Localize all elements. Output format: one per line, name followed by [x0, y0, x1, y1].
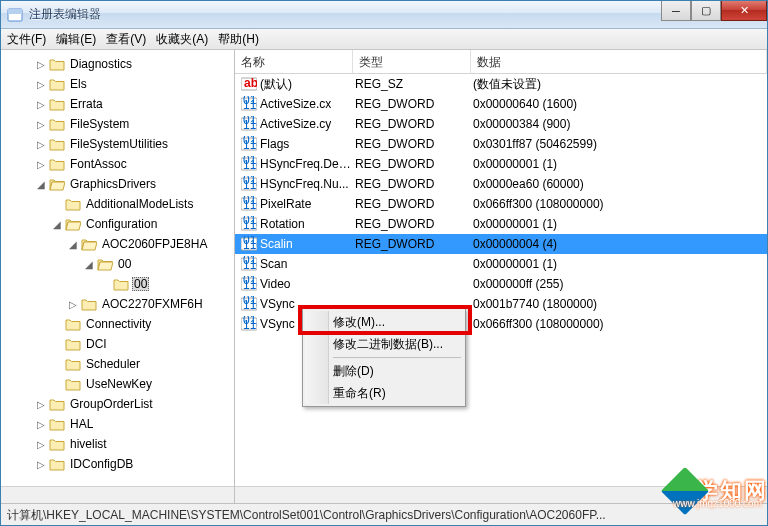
tree-label[interactable]: HAL — [68, 417, 95, 431]
column-name[interactable]: 名称 — [235, 50, 353, 73]
tree-label[interactable]: AOC2270FXMF6H — [100, 297, 205, 311]
value-name[interactable]: Flags — [260, 137, 355, 151]
list-row[interactable]: RotationREG_DWORD0x00000001 (1) — [235, 214, 767, 234]
tree-item-aoc2270fxmf6h[interactable]: ▷AOC2270FXMF6H — [1, 294, 234, 314]
expand-icon[interactable]: ▷ — [65, 299, 81, 310]
expand-icon[interactable]: ▷ — [33, 79, 49, 90]
value-data: 0x066ff300 (108000000) — [473, 197, 767, 211]
expand-icon[interactable]: ▷ — [33, 99, 49, 110]
expand-icon[interactable]: ▷ — [33, 439, 49, 450]
list-row[interactable]: ActiveSize.cyREG_DWORD0x00000384 (900) — [235, 114, 767, 134]
list-row[interactable]: (默认)REG_SZ(数值未设置) — [235, 74, 767, 94]
list-row[interactable]: ActiveSize.cxREG_DWORD0x00000640 (1600) — [235, 94, 767, 114]
tree-horizontal-scrollbar[interactable] — [1, 486, 234, 503]
close-button[interactable]: ✕ — [721, 1, 767, 21]
tree-label[interactable]: DCI — [84, 337, 109, 351]
expand-icon[interactable]: ▷ — [33, 59, 49, 70]
list-row[interactable]: ScalinREG_DWORD0x00000004 (4) — [235, 234, 767, 254]
column-type[interactable]: 类型 — [353, 50, 471, 73]
tree-item-hal[interactable]: ▷HAL — [1, 414, 234, 434]
tree-label[interactable]: IDConfigDB — [68, 457, 135, 471]
titlebar[interactable]: 注册表编辑器 ─ ▢ ✕ — [1, 1, 767, 29]
tree-item-aoc2060fpje8ha[interactable]: ◢AOC2060FPJE8HA — [1, 234, 234, 254]
value-name[interactable]: Scalin — [260, 237, 355, 251]
tree-item-00[interactable]: 00 — [1, 274, 234, 294]
window-title: 注册表编辑器 — [29, 6, 101, 23]
value-name[interactable]: ActiveSize.cy — [260, 117, 355, 131]
value-name[interactable]: ActiveSize.cx — [260, 97, 355, 111]
value-data: 0x00000001 (1) — [473, 157, 767, 171]
folder-icon — [65, 357, 81, 371]
tree-label[interactable]: Scheduler — [84, 357, 142, 371]
tree-item-graphicsdrivers[interactable]: ◢GraphicsDrivers — [1, 174, 234, 194]
tree-item-fontassoc[interactable]: ▷FontAssoc — [1, 154, 234, 174]
expand-icon[interactable]: ▷ — [33, 159, 49, 170]
tree-item-dci[interactable]: DCI — [1, 334, 234, 354]
maximize-button[interactable]: ▢ — [691, 1, 721, 21]
tree-label[interactable]: FontAssoc — [68, 157, 129, 171]
tree-label[interactable]: Connectivity — [84, 317, 153, 331]
tree-item-els[interactable]: ▷Els — [1, 74, 234, 94]
tree-item-additionalmodelists[interactable]: AdditionalModeLists — [1, 194, 234, 214]
expand-icon[interactable]: ◢ — [49, 219, 65, 230]
tree-label[interactable]: UseNewKey — [84, 377, 154, 391]
tree-item-grouporderlist[interactable]: ▷GroupOrderList — [1, 394, 234, 414]
tree-label[interactable]: FileSystemUtilities — [68, 137, 170, 151]
expand-icon[interactable]: ◢ — [81, 259, 97, 270]
tree-label[interactable]: AOC2060FPJE8HA — [100, 237, 209, 251]
list-row[interactable]: HSyncFreq.Den...REG_DWORD0x00000001 (1) — [235, 154, 767, 174]
tree-label[interactable]: Els — [68, 77, 89, 91]
expand-icon[interactable]: ◢ — [33, 179, 49, 190]
value-name[interactable]: HSyncFreq.Den... — [260, 157, 355, 171]
value-name[interactable]: HSyncFreq.Nu... — [260, 177, 355, 191]
list-row[interactable]: Video0x000000ff (255) — [235, 274, 767, 294]
tree-label[interactable]: Diagnostics — [68, 57, 134, 71]
tree-item-00[interactable]: ◢00 — [1, 254, 234, 274]
tree-label[interactable]: GraphicsDrivers — [68, 177, 158, 191]
tree-item-scheduler[interactable]: Scheduler — [1, 354, 234, 374]
menu-file[interactable]: 文件(F) — [7, 31, 46, 48]
minimize-button[interactable]: ─ — [661, 1, 691, 21]
list-row[interactable]: FlagsREG_DWORD0x0301ff87 (50462599) — [235, 134, 767, 154]
menu-help[interactable]: 帮助(H) — [218, 31, 259, 48]
expand-icon[interactable]: ▷ — [33, 139, 49, 150]
column-data[interactable]: 数据 — [471, 50, 767, 73]
tree-label[interactable]: Errata — [68, 97, 105, 111]
value-name[interactable]: (默认) — [260, 76, 355, 93]
tree-label[interactable]: 00 — [116, 257, 133, 271]
list-body[interactable]: (默认)REG_SZ(数值未设置)ActiveSize.cxREG_DWORD0… — [235, 74, 767, 486]
expand-icon[interactable]: ▷ — [33, 419, 49, 430]
menu-favorites[interactable]: 收藏夹(A) — [156, 31, 208, 48]
tree-item-filesystem[interactable]: ▷FileSystem — [1, 114, 234, 134]
tree-item-idconfigdb[interactable]: ▷IDConfigDB — [1, 454, 234, 474]
folder-icon — [65, 337, 81, 351]
tree-label[interactable]: AdditionalModeLists — [84, 197, 195, 211]
expand-icon[interactable]: ▷ — [33, 119, 49, 130]
tree-label[interactable]: GroupOrderList — [68, 397, 155, 411]
tree-item-errata[interactable]: ▷Errata — [1, 94, 234, 114]
tree-item-diagnostics[interactable]: ▷Diagnostics — [1, 54, 234, 74]
tree-item-connectivity[interactable]: Connectivity — [1, 314, 234, 334]
menu-edit[interactable]: 编辑(E) — [56, 31, 96, 48]
tree-item-filesystemutilities[interactable]: ▷FileSystemUtilities — [1, 134, 234, 154]
tree-item-configuration[interactable]: ◢Configuration — [1, 214, 234, 234]
value-name[interactable]: Video — [260, 277, 355, 291]
menu-view[interactable]: 查看(V) — [106, 31, 146, 48]
value-name[interactable]: Rotation — [260, 217, 355, 231]
list-row[interactable]: PixelRateREG_DWORD0x066ff300 (108000000) — [235, 194, 767, 214]
expand-icon[interactable]: ◢ — [65, 239, 81, 250]
tree-label[interactable]: FileSystem — [68, 117, 131, 131]
tree-label[interactable]: Configuration — [84, 217, 159, 231]
tree-pane[interactable]: ▷Diagnostics▷Els▷Errata▷FileSystem▷FileS… — [1, 50, 235, 503]
tree-item-hivelist[interactable]: ▷hivelist — [1, 434, 234, 454]
value-name[interactable]: Scan — [260, 257, 355, 271]
expand-icon[interactable]: ▷ — [33, 399, 49, 410]
expand-icon[interactable]: ▷ — [33, 459, 49, 470]
list-row[interactable]: Scan0x00000001 (1) — [235, 254, 767, 274]
tree-label[interactable]: hivelist — [68, 437, 109, 451]
value-name[interactable]: PixelRate — [260, 197, 355, 211]
list-row[interactable]: HSyncFreq.Nu...REG_DWORD0x0000ea60 (6000… — [235, 174, 767, 194]
value-data: 0x066ff300 (108000000) — [473, 317, 767, 331]
tree-label[interactable]: 00 — [132, 277, 149, 291]
tree-item-usenewkey[interactable]: UseNewKey — [1, 374, 234, 394]
